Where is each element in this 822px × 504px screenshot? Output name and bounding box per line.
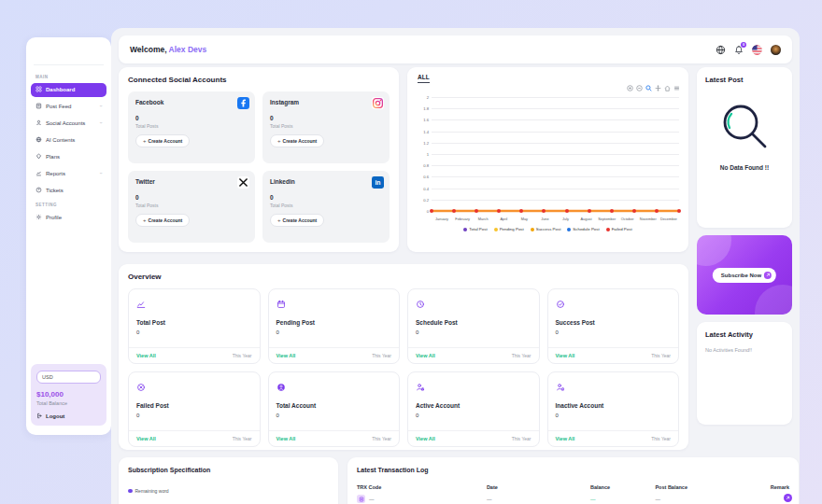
home-icon[interactable] [664, 85, 671, 91]
notification-bell-button[interactable]: 0 [734, 45, 744, 55]
view-all-link[interactable]: View All [136, 353, 156, 358]
data-point[interactable] [632, 209, 636, 213]
y-tick-label: 0.2 [423, 197, 429, 202]
data-point[interactable] [610, 209, 614, 213]
legend-failed-post[interactable]: Failed Post [606, 227, 632, 231]
data-point[interactable] [655, 209, 659, 213]
sidebar-item-label: Social Accounts [46, 120, 85, 126]
legend-total-post[interactable]: Total Post [463, 227, 487, 231]
language-globe-button[interactable] [716, 45, 726, 55]
view-all-link[interactable]: View All [136, 436, 156, 441]
sidebar: MAIN Dashboard Post Feed › Social Accoun… [26, 37, 111, 435]
chart-legend: Total Post Pending Post Success Post Sch… [407, 227, 688, 231]
menu-icon[interactable] [673, 85, 680, 91]
flag-icon[interactable] [752, 45, 762, 55]
data-point[interactable] [519, 209, 523, 213]
posts-chart-panel: ALL 21.81.61.41.210.80.60.40.20 JanuaryF… [407, 67, 688, 252]
gear-icon [35, 214, 42, 221]
sidebar-item-label: Tickets [46, 188, 64, 193]
svg-text:in: in [375, 179, 380, 186]
subscribe-now-button[interactable]: Subscribe Now [713, 268, 776, 283]
plot-area[interactable]: 21.81.61.41.210.80.60.40.20 [432, 95, 679, 213]
help-circle-icon [35, 187, 42, 194]
diamond-icon [35, 153, 42, 161]
zoom-in-icon[interactable] [627, 85, 633, 91]
sidebar-item-plans[interactable]: Plans [31, 150, 106, 164]
x-tick-label: April [493, 217, 514, 221]
table-row[interactable]: — — — — — [357, 495, 789, 503]
total-balance-label: Total Balance [36, 400, 101, 406]
overview-panel: Overview Total Post 0 View AllThis Year … [119, 264, 688, 450]
sidebar-item-label: Reports [46, 171, 65, 176]
balance-card: USD $10,000 Total Balance Logout [31, 364, 106, 426]
chevron-down-icon: › [98, 105, 104, 107]
check-circle-icon [556, 296, 565, 312]
overview-card-success-post: Success Post 0 View AllThis Year [547, 288, 680, 364]
legend-schedule-post[interactable]: Schedule Post [567, 227, 599, 231]
create-account-button[interactable]: +Create Account [270, 214, 324, 227]
view-all-link[interactable]: View All [276, 353, 296, 358]
data-point[interactable] [475, 209, 478, 213]
sidebar-item-label: Post Feed [46, 104, 71, 109]
sidebar-item-social-accounts[interactable]: Social Accounts › [31, 117, 106, 131]
welcome-text: Welcome, Alex Devs [130, 45, 206, 54]
legend-success-post[interactable]: Success Post [531, 227, 561, 231]
users-icon [35, 119, 42, 127]
logo-area [34, 43, 104, 65]
data-point[interactable] [588, 209, 591, 213]
sidebar-item-dashboard[interactable]: Dashboard [31, 83, 106, 97]
linkedin-total: 0 [270, 194, 382, 201]
notification-badge: 0 [741, 42, 746, 48]
sidebar-item-reports[interactable]: Reports › [31, 167, 106, 181]
tab-all[interactable]: ALL [418, 74, 430, 83]
transaction-table-header: TRX Code Date Balance Post Balance Remar… [357, 484, 789, 490]
overview-card-schedule-post: Schedule Post 0 View AllThis Year [407, 288, 540, 364]
latest-post-panel: Latest Post No Data Found !! [697, 67, 792, 228]
y-tick-label: 1.4 [423, 129, 429, 133]
pan-icon[interactable] [655, 85, 661, 91]
data-point[interactable] [430, 209, 433, 213]
view-all-link[interactable]: View All [416, 436, 435, 441]
latest-activity-panel: Latest Activity No Activities Found!! [697, 322, 792, 425]
sidebar-item-profile[interactable]: Profile [31, 211, 106, 225]
sidebar-item-post-feed[interactable]: Post Feed › [31, 100, 106, 114]
currency-select[interactable]: USD [36, 371, 101, 384]
data-point[interactable] [542, 209, 546, 213]
data-point[interactable] [452, 209, 456, 213]
create-account-button[interactable]: +Create Account [135, 134, 190, 147]
transaction-log-panel: Latest Transaction Log TRX Code Date Bal… [347, 457, 799, 504]
user-avatar[interactable] [771, 45, 781, 55]
zoom-out-icon[interactable] [636, 85, 643, 91]
overview-card-total-account: Total Account 0 View AllThis Year [268, 371, 401, 447]
data-point[interactable] [497, 209, 501, 213]
sidebar-item-label: AI Contents [46, 137, 75, 143]
plus-icon: + [143, 138, 147, 144]
autoscale-icon[interactable] [645, 85, 652, 91]
sidebar-item-ai-contents[interactable]: AI Contents [31, 133, 106, 147]
data-point[interactable] [677, 209, 681, 213]
sidebar-section-setting: SETTING [35, 203, 102, 207]
legend-pending-post[interactable]: Pending Post [494, 227, 524, 231]
sidebar-item-label: Dashboard [46, 87, 75, 92]
chart-icon [35, 170, 42, 177]
clock-icon [416, 296, 425, 312]
floating-action-button[interactable] [784, 494, 792, 502]
y-tick-label: 0 [427, 209, 429, 214]
twitter-total: 0 [135, 194, 248, 201]
create-account-button[interactable]: +Create Account [135, 214, 190, 227]
view-all-link[interactable]: View All [276, 436, 296, 441]
username: Alex Devs [169, 45, 207, 54]
facebook-icon [237, 96, 249, 113]
data-point[interactable] [565, 209, 569, 213]
y-tick-label: 0.8 [423, 163, 429, 168]
decorative-blob [755, 285, 792, 315]
instagram-total: 0 [270, 115, 382, 121]
logout-button[interactable]: Logout [36, 413, 101, 420]
create-account-button[interactable]: +Create Account [270, 134, 324, 147]
view-all-link[interactable]: View All [556, 353, 575, 358]
plus-icon: + [277, 138, 281, 144]
view-all-link[interactable]: View All [416, 353, 435, 358]
overview-card-inactive-account: Inactive Account 0 View AllThis Year [547, 371, 680, 447]
view-all-link[interactable]: View All [556, 436, 575, 441]
sidebar-item-tickets[interactable]: Tickets [31, 184, 106, 198]
